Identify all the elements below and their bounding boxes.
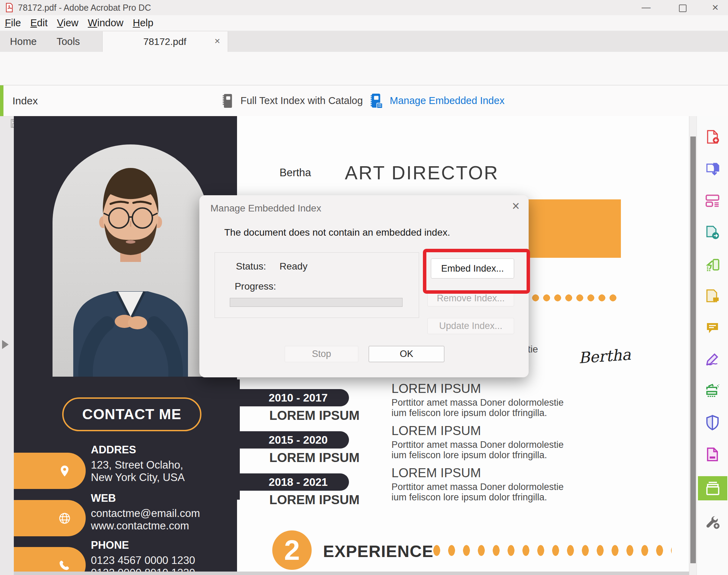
- maximize-icon: [679, 4, 687, 12]
- web-line2: www.contactme.com: [91, 520, 189, 532]
- acrobat-pdf-file-icon: [4, 2, 15, 14]
- export-pdf-icon[interactable]: [704, 161, 721, 177]
- timeline-body-line: ium feliscon lore ipsum dolor tfringilla…: [391, 492, 547, 503]
- address-line2: New York City, USA: [91, 471, 185, 484]
- dialog-title: Manage Embedded Index: [210, 203, 321, 214]
- vertical-scrollbar[interactable]: [689, 116, 697, 575]
- tab-bar: Home Tools 78172.pdf × ? Sign In: [0, 31, 728, 52]
- decorative-dots-row: [531, 294, 620, 302]
- web-label: WEB: [91, 492, 116, 505]
- compress-optimize-icon[interactable]: [704, 383, 721, 399]
- scan-ocr-icon[interactable]: [704, 256, 721, 273]
- profile-photo: [53, 144, 209, 377]
- redact-icon[interactable]: [704, 446, 721, 463]
- menu-window[interactable]: Window: [88, 15, 123, 31]
- catalog-book-icon: [220, 92, 235, 110]
- menu-file[interactable]: File: [5, 15, 21, 31]
- timeline-heading: LOREM IPSUM: [391, 466, 481, 480]
- globe-icon: [58, 512, 71, 525]
- fill-sign-icon[interactable]: [704, 351, 721, 367]
- menu-help[interactable]: Help: [133, 15, 153, 31]
- maximize-button[interactable]: [672, 0, 693, 15]
- tab-document-label: 78172.pdf: [113, 31, 217, 52]
- ok-button[interactable]: OK: [369, 346, 444, 362]
- timeline-years: 2015 - 2020: [237, 431, 349, 449]
- resume-name: Bertha: [280, 167, 311, 179]
- tab-tools[interactable]: Tools: [52, 31, 85, 52]
- tab-document[interactable]: 78172.pdf ×: [102, 31, 228, 52]
- address-line1: 123, Street Oclaho,: [91, 459, 183, 471]
- index-accent-strip: [0, 85, 3, 116]
- phone-line1: 0123 4567 0000 1230: [91, 554, 195, 567]
- address-label: ADDRES: [91, 444, 136, 456]
- status-label: Status:: [230, 261, 266, 272]
- tools-panel: [697, 116, 728, 575]
- timeline-years: 2010 - 2017: [237, 389, 349, 406]
- index-tool-selected[interactable]: [698, 476, 727, 500]
- phone-label: PHONE: [91, 539, 129, 552]
- dialog-message: The document does not contain an embedde…: [224, 227, 450, 238]
- window-title: 78172.pdf - Adobe Acrobat Pro DC: [18, 0, 151, 15]
- menu-edit[interactable]: Edit: [30, 15, 48, 31]
- close-window-button[interactable]: ×: [705, 0, 726, 15]
- progress-bar: [230, 298, 403, 307]
- index-tool-icon: [705, 480, 721, 497]
- phone-pill: [14, 547, 86, 575]
- timeline-body-line: Porttitor amet massa Doner dolormolestie: [391, 440, 564, 450]
- comment-document-icon[interactable]: [704, 288, 721, 304]
- phone-icon: [58, 559, 70, 572]
- progress-label: Progress:: [230, 281, 276, 292]
- add-tools-wrench-icon[interactable]: [704, 513, 721, 530]
- page-bottom-edge: [14, 572, 689, 575]
- create-pdf-icon[interactable]: [704, 129, 721, 145]
- export-share-icon[interactable]: [704, 224, 721, 241]
- manage-embedded-index-label: Manage Embedded Index: [390, 95, 504, 106]
- red-highlight-annotation: [423, 249, 530, 294]
- timeline-label: LOREM IPSUM: [263, 451, 366, 465]
- address-pill: [14, 453, 86, 489]
- manage-embedded-index-button[interactable]: Manage Embedded Index: [368, 85, 504, 116]
- web-pill: [14, 500, 86, 536]
- timeline-years: 2018 - 2021: [237, 473, 349, 491]
- timeline-label: LOREM IPSUM: [263, 493, 366, 507]
- stamp-comment-icon[interactable]: [704, 320, 721, 336]
- minimize-button[interactable]: —: [636, 0, 656, 15]
- timeline-body-line: Porttitor amet massa Doner dolormolestie: [391, 482, 564, 492]
- tab-close-icon[interactable]: ×: [215, 31, 220, 51]
- tab-home[interactable]: Home: [7, 31, 40, 52]
- menu-bar: File Edit View Window Help: [0, 15, 728, 31]
- timeline-heading: LOREM IPSUM: [391, 424, 481, 438]
- timeline-body-line: ium feliscon lore ipsum dolor tfringilla…: [391, 408, 547, 418]
- web-line1: contactme@email.com: [91, 507, 200, 520]
- index-toolbar: Index Full Text Index with Catalog Manag…: [0, 85, 728, 116]
- update-index-button: Update Index...: [427, 318, 514, 334]
- scrollbar-thumb[interactable]: [690, 136, 696, 563]
- menu-view[interactable]: View: [57, 15, 78, 31]
- timeline-body-line: ium feliscon lore ipsum dolor tfringilla…: [391, 450, 547, 461]
- full-text-index-label: Full Text Index with Catalog: [240, 95, 363, 106]
- title-bar: 78172.pdf - Adobe Acrobat Pro DC — ×: [0, 0, 728, 15]
- timeline-label: LOREM IPSUM: [263, 408, 366, 423]
- location-pin-icon: [58, 464, 71, 478]
- stop-button: Stop: [285, 346, 358, 362]
- timeline-body-line: Porttitor amet massa Doner dolormolestie: [391, 397, 564, 408]
- contact-me-heading: CONTACT ME: [62, 397, 201, 431]
- expand-panel-arrow[interactable]: [2, 340, 9, 349]
- dialog-close-icon[interactable]: ×: [512, 199, 520, 214]
- experience-section-number: 2: [272, 530, 312, 570]
- acrobat-window: 78172.pdf - Adobe Acrobat Pro DC — × Fil…: [0, 0, 728, 575]
- resume-title: ART DIRECTOR: [345, 162, 499, 184]
- main-toolbar: 1 / 1 74.1%▾ ▾ ••• Share: [0, 52, 728, 85]
- timeline-heading: LOREM IPSUM: [391, 381, 481, 396]
- status-value: Ready: [280, 261, 308, 272]
- protect-shield-icon[interactable]: [704, 414, 721, 431]
- full-text-index-button[interactable]: Full Text Index with Catalog: [220, 85, 363, 116]
- manage-index-icon: [368, 92, 384, 110]
- experience-section-title: EXPERIENCE: [323, 542, 433, 561]
- edit-pdf-icon[interactable]: [704, 192, 721, 209]
- experience-dots-row: [433, 545, 672, 556]
- index-panel-title: Index: [12, 85, 38, 116]
